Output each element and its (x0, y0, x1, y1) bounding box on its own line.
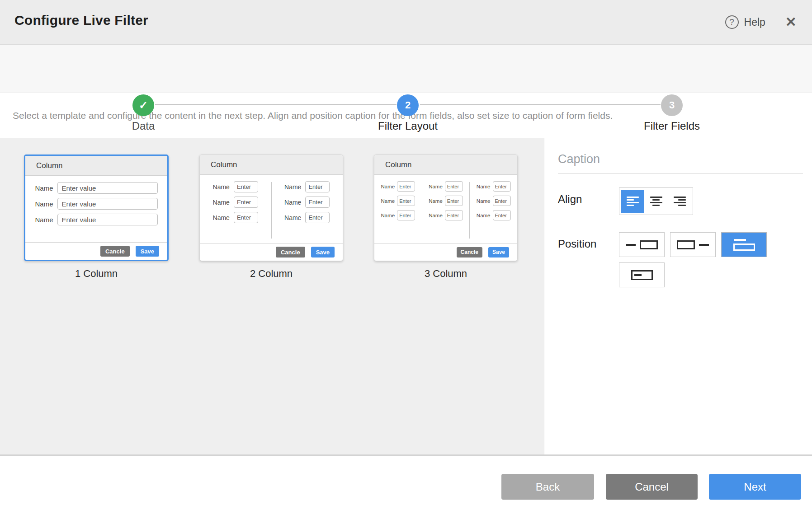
mini-field-label: Name (429, 184, 443, 189)
check-icon: ✓ (139, 99, 148, 112)
template-label-2-column: 2 Column (250, 268, 293, 280)
mini-input-preview: Enter (493, 181, 511, 192)
mini-card-footer: Cancle Save (25, 242, 167, 260)
mini-card-header: Column (200, 155, 343, 175)
mini-input-preview: Enter (445, 181, 463, 192)
position-caption-left-button[interactable] (619, 232, 665, 257)
mini-save-button: Save (311, 247, 335, 258)
mini-cancel-button: Cancle (276, 247, 305, 258)
mini-field-label: Name (477, 198, 491, 204)
template-label-1-column: 1 Column (75, 268, 118, 280)
mini-input-preview: Enter (397, 196, 415, 206)
position-label: Position (558, 232, 619, 250)
mini-input-preview: Enter (493, 196, 511, 206)
help-icon: ? (725, 15, 739, 29)
mini-save-button: Save (136, 246, 159, 257)
layout-selection-area: Column Name Enter value Name Enter value… (0, 138, 812, 454)
page-title: Configure Live Filter (14, 13, 148, 28)
step-filter-fields-label: Filter Fields (644, 120, 700, 132)
step-number: 3 (669, 99, 675, 111)
mini-input-preview: Enter (397, 181, 415, 192)
template-card-2-column[interactable]: Column NameEnter NameEnter NameEnter Nam… (199, 154, 343, 261)
align-center-icon (650, 197, 662, 206)
position-button-group (619, 232, 778, 287)
mini-input-preview: Enter value (57, 182, 158, 194)
mini-field-label: Name (429, 198, 443, 204)
mini-field-label: Name (35, 200, 53, 208)
mini-cancel-button: Cancle (457, 247, 482, 258)
next-button[interactable]: Next (709, 474, 801, 500)
align-right-icon (674, 197, 686, 206)
align-left-icon (627, 197, 639, 206)
close-icon[interactable]: ✕ (785, 15, 797, 29)
align-label: Align (558, 187, 619, 206)
back-button[interactable]: Back (501, 474, 594, 500)
cancel-button[interactable]: Cancel (606, 474, 698, 500)
position-caption-top-button[interactable] (721, 232, 767, 257)
step-description: Select a template and configure the cont… (13, 110, 613, 121)
mini-input-preview: Enter (234, 197, 258, 208)
mini-field-label: Name (477, 213, 491, 218)
mini-field-label: Name (213, 199, 230, 206)
step-filter-fields-indicator[interactable]: 3 (661, 94, 683, 116)
mini-field-label: Name (35, 184, 53, 192)
stepper-connector (420, 104, 661, 105)
mini-card-footer: Cancle Save (374, 243, 517, 261)
mini-input-preview: Enter (234, 181, 258, 192)
mini-input-preview: Enter (234, 212, 258, 223)
template-card-1-column[interactable]: Column Name Enter value Name Enter value… (24, 154, 169, 261)
caption-dash-icon (626, 244, 636, 246)
caption-panel-title: Caption (558, 152, 812, 166)
mini-field-label: Name (284, 199, 301, 206)
mini-form-row: Name Enter value (35, 214, 157, 225)
step-data-label: Data (132, 120, 155, 132)
mini-form-row: Name Enter value (35, 198, 157, 210)
align-button-group (619, 187, 693, 215)
mini-field-label: Name (213, 214, 230, 221)
mini-card-footer: Cancle Save (200, 243, 343, 261)
mini-field-label: Name (381, 184, 395, 189)
wizard-stepper: ✓ 2 3 Data Filter Layout Filter Fields (0, 44, 812, 93)
field-rect-icon (640, 240, 658, 249)
align-center-button[interactable] (645, 190, 667, 213)
template-label-3-column: 3 Column (425, 268, 467, 280)
stepper-connector (155, 104, 397, 105)
position-caption-right-button[interactable] (670, 232, 716, 257)
caption-above-field-icon (733, 239, 755, 251)
mini-card-header: Column (25, 156, 167, 176)
mini-input-preview: Enter value (57, 198, 158, 210)
mini-input-preview: Enter (305, 197, 330, 208)
align-right-button[interactable] (668, 190, 691, 213)
help-label: Help (744, 16, 765, 28)
step-filter-layout-label: Filter Layout (378, 120, 438, 132)
mini-input-preview: Enter (397, 210, 415, 220)
caption-dash-icon (699, 244, 709, 246)
mini-cancel-button: Cancle (100, 246, 130, 257)
mini-input-preview: Enter (493, 210, 511, 220)
caption-inside-field-icon (631, 270, 653, 280)
mini-field-label: Name (477, 184, 491, 189)
mini-field-label: Name (381, 198, 395, 204)
caption-settings-panel: Caption Align Position (544, 138, 812, 454)
step-data-indicator[interactable]: ✓ (132, 94, 154, 116)
mini-field-label: Name (213, 183, 230, 191)
mini-card-header: Column (374, 155, 517, 175)
panel-divider (558, 173, 803, 174)
mini-field-label: Name (429, 213, 443, 218)
position-caption-inside-button[interactable] (619, 262, 665, 287)
mini-field-label: Name (35, 216, 53, 224)
field-rect-icon (677, 240, 695, 249)
align-left-button[interactable] (621, 190, 644, 213)
mini-field-label: Name (284, 214, 301, 221)
template-card-3-column[interactable]: Column NameEnter NameEnter NameEnter Nam… (374, 154, 518, 261)
mini-field-label: Name (284, 183, 301, 191)
mini-form-row: Name Enter value (35, 182, 157, 194)
dialog-header: Configure Live Filter ? Help ✕ (0, 0, 812, 44)
mini-input-preview: Enter (305, 212, 330, 223)
step-number: 2 (405, 99, 411, 111)
mini-input-preview: Enter (445, 196, 463, 206)
step-filter-layout-indicator[interactable]: 2 (397, 94, 419, 116)
mini-input-preview: Enter value (57, 214, 158, 225)
help-button[interactable]: ? Help (725, 15, 765, 29)
mini-field-label: Name (381, 213, 395, 218)
